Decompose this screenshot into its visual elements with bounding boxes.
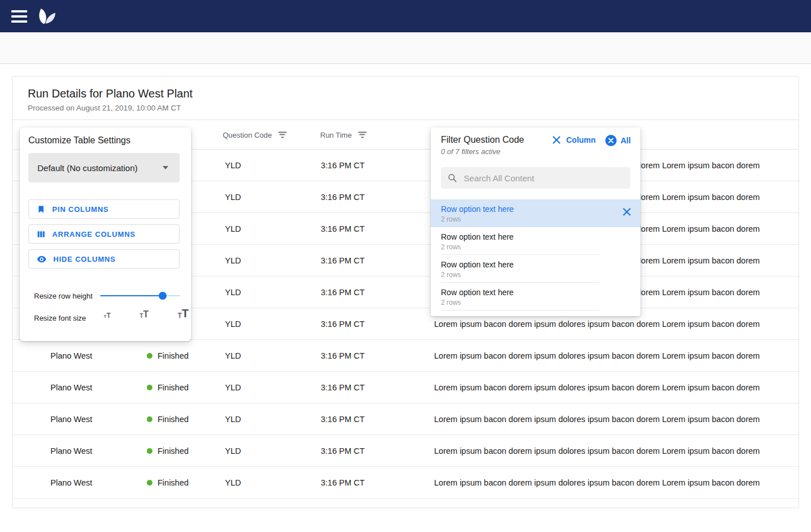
question-code-cell: YLD: [225, 193, 241, 202]
hide-columns-label: HIDE COLUMNS: [53, 255, 116, 263]
question-code-cell: YLD: [225, 288, 241, 297]
remove-filter-icon[interactable]: [622, 207, 631, 216]
filter-option-row[interactable]: Row option text here 2 rows: [431, 199, 640, 227]
description-cell: Lorem ipsum bacon dorem ipsum dolores ip…: [434, 351, 789, 360]
question-code-cell: YLD: [225, 415, 241, 424]
filter-option-count: 2 rows: [441, 215, 630, 223]
filter-option-row[interactable]: Row option text here 2 rows: [431, 227, 640, 255]
run-time-cell: 3:16 PM CT: [321, 256, 364, 265]
table-row: Plano West Finished YLD 3:16 PM CT Lorem…: [12, 467, 799, 499]
slider-thumb[interactable]: [159, 292, 167, 300]
columns-icon: [37, 230, 45, 239]
question-code-cell: YLD: [225, 446, 241, 456]
filter-icon[interactable]: [358, 131, 367, 138]
filter-option-label: Row option text here: [441, 259, 600, 269]
page-subtitle: Processed on August 21, 2019, 10:00 AM C…: [28, 104, 799, 112]
status-label: Finished: [158, 351, 189, 360]
description-cell: Lorem ipsum bacon dorem ipsum dolores ip…: [434, 446, 789, 456]
card-header: Run Details for Plano West Plant Process…: [12, 76, 799, 120]
status-dot-icon: [147, 385, 152, 390]
description-cell: Lorem ipsum bacon dorem ipsum dolores ip…: [434, 383, 789, 392]
arrange-columns-button[interactable]: ARRANGE COLUMNS: [28, 224, 180, 244]
brand-leaf-logo: [35, 6, 57, 27]
run-time-cell: 3:16 PM CT: [321, 383, 364, 392]
top-nav-bar: [0, 0, 811, 32]
filter-icon[interactable]: [278, 131, 287, 138]
filter-option-label: Row option text here: [441, 231, 600, 241]
plant-cell: Plano West: [50, 446, 92, 456]
question-code-cell: YLD: [225, 383, 241, 392]
menu-icon[interactable]: [11, 10, 27, 23]
question-code-cell: YLD: [225, 256, 241, 265]
plant-cell: Plano West: [50, 351, 92, 360]
preset-select-value: Default (No customization): [37, 163, 163, 173]
status-cell: Finished: [147, 415, 189, 424]
table-row: Plano West Finished YLD 3:16 PM CT Lorem…: [12, 403, 799, 435]
column-header-question-code: Question Code: [223, 130, 287, 139]
filter-option-count: 2 rows: [441, 299, 600, 307]
bookmark-icon: [37, 205, 45, 214]
column-header-label: Question Code: [223, 130, 272, 139]
filter-option-label: Row option text here: [441, 203, 630, 214]
font-size-label: Resize font size: [34, 314, 86, 322]
question-code-cell: YLD: [225, 351, 241, 360]
plant-cell: Plano West: [50, 478, 92, 487]
question-code-cell: YLD: [225, 320, 241, 329]
hide-columns-button[interactable]: HIDE COLUMNS: [28, 249, 180, 269]
description-cell: Lorem ipsum bacon dorem ipsum dolores ip…: [434, 320, 789, 329]
run-time-cell: 3:16 PM CT: [321, 161, 364, 170]
status-dot-icon: [147, 353, 152, 359]
arrange-columns-label: ARRANGE COLUMNS: [52, 230, 135, 239]
run-time-cell: 3:16 PM CT: [321, 478, 364, 487]
status-label: Finished: [158, 446, 189, 456]
page-title: Run Details for Plano West Plant: [28, 87, 799, 100]
font-size-medium-icon[interactable]: TT: [139, 310, 148, 319]
table-row: Plano West Finished YLD 3:16 PM CT Lorem…: [12, 372, 799, 403]
run-time-cell: 3:16 PM CT: [321, 446, 364, 456]
filter-option-row[interactable]: Row option text here 2 rows: [431, 283, 640, 310]
row-height-slider[interactable]: [100, 291, 180, 300]
clear-column-label: Column: [566, 135, 596, 144]
run-time-cell: 3:16 PM CT: [321, 193, 364, 202]
table-row: Plano West Finished YLD 3:16 PM CT Lorem…: [12, 340, 799, 372]
run-time-cell: 3:16 PM CT: [321, 288, 364, 297]
status-label: Finished: [158, 415, 189, 424]
run-time-cell: 3:16 PM CT: [321, 320, 364, 329]
column-header-label: Run Time: [320, 130, 352, 139]
run-time-cell: 3:16 PM CT: [321, 415, 364, 424]
question-code-cell: YLD: [225, 161, 241, 170]
description-cell: Lorem ipsum bacon dorem ipsum dolores ip…: [434, 478, 789, 487]
filter-question-code-popup: Filter Question Code 0 of 7 filters acti…: [431, 127, 640, 316]
font-size-small-icon[interactable]: TT: [104, 312, 111, 319]
chevron-down-icon: [163, 166, 168, 169]
clear-column-filter-button[interactable]: Column: [552, 135, 596, 144]
question-code-cell: YLD: [225, 478, 241, 487]
filter-option-row[interactable]: Row option text here 2 rows: [431, 255, 640, 283]
plant-cell: Plano West: [50, 383, 92, 392]
settings-panel-title: Customize Table Settings: [28, 135, 130, 146]
status-cell: Finished: [147, 478, 189, 487]
pin-columns-button[interactable]: PIN COLUMNS: [28, 199, 180, 219]
table-row: Plano West Finished YLD 3:16 PM CT Lorem…: [12, 435, 799, 467]
filter-option-label: Row option text here: [441, 287, 600, 297]
clear-all-filters-button[interactable]: All: [605, 135, 631, 146]
preset-select[interactable]: Default (No customization): [28, 153, 180, 182]
filter-option-count: 2 rows: [441, 243, 600, 251]
customize-table-settings-panel: Customize Table Settings Default (No cus…: [20, 127, 191, 341]
font-size-large-icon[interactable]: TT: [177, 308, 189, 319]
clear-all-label: All: [621, 136, 631, 145]
filter-options-list: Row option text here 2 rows Row option t…: [431, 199, 640, 310]
question-code-cell: YLD: [225, 224, 241, 233]
status-cell: Finished: [147, 446, 189, 456]
run-time-cell: 3:16 PM CT: [321, 224, 364, 233]
close-circle-icon: [605, 135, 617, 146]
plant-cell: Plano West: [50, 415, 92, 424]
filter-option-count: 2 rows: [441, 271, 600, 279]
search-input[interactable]: [464, 173, 623, 183]
close-icon: [552, 135, 561, 144]
pin-columns-label: PIN COLUMNS: [52, 205, 109, 214]
font-size-options: TT TT TT: [104, 308, 189, 319]
status-dot-icon: [147, 448, 152, 454]
status-cell: Finished: [147, 383, 189, 392]
status-cell: Finished: [147, 351, 189, 360]
